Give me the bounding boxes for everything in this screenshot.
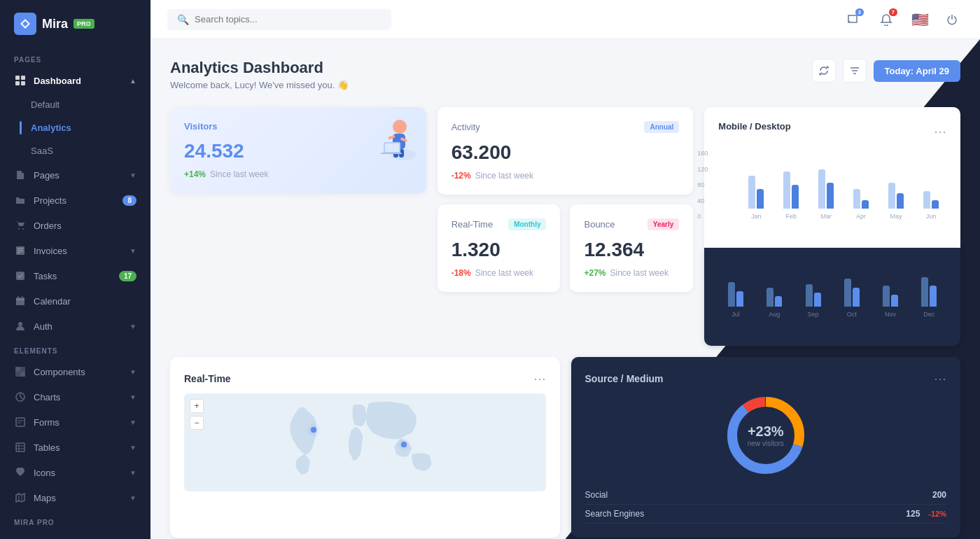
bounce-badge: Yearly	[648, 218, 679, 230]
bar-group-aug: Aug	[757, 288, 792, 318]
source-header: Source / Medium ⋯	[585, 371, 947, 386]
maps-label: Maps	[34, 493, 56, 503]
zoom-out-button[interactable]: −	[190, 416, 204, 430]
bar-dark-feb	[792, 185, 799, 209]
sidebar-item-pages[interactable]: Pages ▼	[0, 162, 150, 188]
bar-dark-oct	[853, 288, 860, 307]
bar-group-feb: Feb	[776, 172, 806, 220]
sidebar-item-auth[interactable]: Auth ▼	[0, 314, 150, 339]
source-social-name: Social	[585, 490, 608, 500]
tasks-badge: 17	[119, 271, 136, 281]
source-item-social: Social 200	[585, 486, 947, 505]
bottom-stats-pair: Real-Time Monthly 1.320 -18% Since last …	[438, 204, 694, 292]
svg-rect-39	[381, 153, 402, 154]
mobile-chart-more[interactable]: ⋯	[934, 124, 946, 139]
realtime-change: -18% Since last week	[451, 268, 547, 278]
refresh-button[interactable]	[812, 59, 836, 83]
zoom-in-button[interactable]: +	[190, 399, 204, 413]
maps-chevron: ▼	[130, 494, 136, 502]
projects-badge: 8	[122, 195, 136, 206]
file-icon	[14, 169, 27, 181]
bar-light-mar	[818, 169, 825, 209]
app-logo[interactable]: Mira PRO	[0, 0, 150, 48]
realtime-map-more[interactable]: ⋯	[533, 371, 546, 386]
search-input[interactable]	[195, 14, 382, 24]
invoices-chevron: ▼	[130, 247, 136, 255]
bar-dark-nov	[891, 295, 898, 307]
pro-badge: PRO	[74, 19, 94, 29]
main-area: 🔍 3 7 🇺🇸	[150, 0, 980, 539]
map-dot-1	[401, 442, 407, 447]
visitor-illustration	[368, 113, 421, 165]
cart-icon	[14, 219, 27, 232]
sidebar-item-maps[interactable]: Maps ▼	[0, 485, 150, 510]
bar-label-oct: Oct	[847, 311, 857, 318]
sidebar-item-orders[interactable]: Orders	[0, 213, 150, 238]
default-label: Default	[31, 99, 59, 110]
flag-button[interactable]: 🇺🇸	[907, 7, 932, 32]
dashboard-label: Dashboard	[34, 76, 81, 86]
sidebar-item-invoices[interactable]: Invoices ▼	[0, 238, 150, 263]
svg-rect-16	[15, 367, 20, 372]
power-button[interactable]	[941, 8, 963, 31]
invoices-label: Invoices	[34, 246, 67, 256]
elements-section-label: ELEMENTS	[0, 339, 150, 359]
bar-dark-jun	[932, 200, 939, 209]
bounce-change: +27% Since last week	[584, 268, 679, 278]
svg-point-4	[18, 228, 20, 230]
tables-label: Tables	[34, 442, 60, 453]
sidebar-item-dashboard[interactable]: Dashboard ▲	[0, 68, 150, 93]
sidebar-item-projects[interactable]: Projects 8	[0, 188, 150, 213]
search-box[interactable]: 🔍	[167, 9, 391, 30]
page-title: Analytics Dashboard	[170, 59, 349, 77]
source-list: Social 200 Search Engines 125 -12%	[585, 486, 947, 524]
svg-rect-38	[385, 144, 399, 152]
chat-badge: 3	[855, 8, 864, 16]
bar-dark-apr	[862, 200, 869, 209]
bar-label-apr: Apr	[856, 213, 866, 220]
bar-group-jan: Jan	[741, 176, 771, 220]
svg-rect-10	[16, 272, 24, 280]
chat-button[interactable]: 3	[840, 7, 865, 32]
heart-icon	[14, 466, 27, 479]
bar-group-sep: Sep	[796, 284, 830, 318]
svg-rect-18	[15, 372, 20, 377]
sidebar-item-forms[interactable]: Forms ▼	[0, 410, 150, 435]
sidebar-item-calendar[interactable]: Calendar	[0, 288, 150, 314]
mobile-chart-title: Mobile / Desktop	[718, 121, 790, 132]
mira-pro-label: MIRA PRO	[0, 510, 150, 531]
filter-button[interactable]	[843, 59, 867, 83]
logo-icon	[14, 13, 36, 35]
sidebar-item-charts[interactable]: Charts ▼	[0, 384, 150, 410]
realtime-map-card: Real-Time ⋯ + −	[170, 357, 560, 538]
source-social-val: 200	[932, 490, 946, 500]
components-label: Components	[34, 367, 85, 377]
source-search-change: -12%	[928, 510, 946, 518]
sidebar-item-analytics[interactable]: Analytics	[0, 116, 150, 139]
sidebar-item-tasks[interactable]: Tasks 17	[0, 263, 150, 288]
notifications-button[interactable]: 7	[874, 7, 899, 32]
bar-group-dec: Dec	[912, 277, 946, 318]
sidebar-item-saas[interactable]: SaaS	[0, 139, 150, 162]
bar-light-may	[888, 183, 895, 209]
sidebar-item-components[interactable]: Components ▼	[0, 359, 150, 384]
page-header-left: Analytics Dashboard Welcome back, Lucy! …	[170, 59, 349, 90]
projects-label: Projects	[34, 195, 66, 206]
icons-chevron: ▼	[130, 469, 136, 477]
bar-group-apr: Apr	[846, 189, 876, 220]
svg-rect-1	[21, 76, 25, 80]
app-name: Mira	[42, 17, 68, 31]
forms-chevron: ▼	[130, 419, 136, 426]
sidebar-item-icons[interactable]: Icons ▼	[0, 460, 150, 485]
bounce-change-pct: +27%	[584, 268, 606, 278]
bar-group-may: May	[881, 183, 911, 220]
bar-label-feb: Feb	[785, 213, 797, 220]
sidebar-item-tables[interactable]: Tables ▼	[0, 435, 150, 460]
pages-chevron: ▼	[130, 172, 136, 179]
activity-value: 63.200	[451, 141, 680, 164]
today-button[interactable]: Today: April 29	[874, 60, 960, 82]
sidebar-item-default[interactable]: Default	[0, 93, 150, 116]
source-item-search: Search Engines 125 -12%	[585, 505, 947, 524]
page-subtitle: Welcome back, Lucy! We've missed you. 👋	[170, 80, 349, 90]
source-more[interactable]: ⋯	[934, 371, 946, 386]
